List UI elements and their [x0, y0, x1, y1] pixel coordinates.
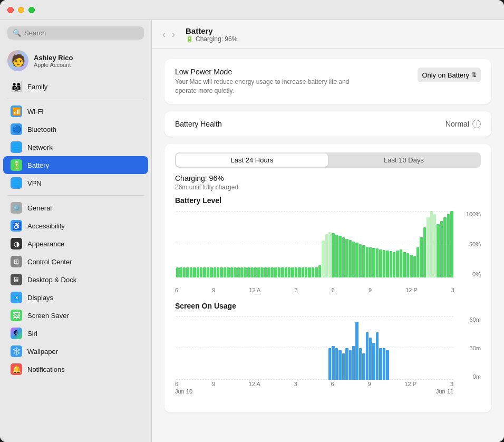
- user-section[interactable]: 🧑 Ashley Rico Apple Account: [0, 46, 151, 75]
- sidebar-item-general[interactable]: ⚙️ General: [3, 199, 148, 217]
- user-info: Ashley Rico Apple Account: [34, 54, 73, 68]
- x-label: 9: [368, 381, 371, 387]
- y-label-30m: 30m: [470, 345, 481, 351]
- chart-card: Last 24 Hours Last 10 Days Charging: 96%…: [164, 144, 491, 412]
- battery-bar: [176, 267, 179, 277]
- search-icon: 🔍: [13, 29, 21, 37]
- charging-eta: 26m until fully charged: [175, 184, 481, 191]
- battery-bar: [244, 267, 246, 277]
- battery-bar: [369, 247, 372, 277]
- sidebar: 🔍 🧑 Ashley Rico Apple Account 👨‍👩‍👧 Fami…: [0, 20, 152, 442]
- minimize-button[interactable]: [18, 7, 24, 13]
- sidebar-item-label: Desktop & Dock: [27, 276, 76, 284]
- sidebar-item-wifi[interactable]: 📶 Wi-Fi: [3, 102, 148, 120]
- screen-bar: [369, 338, 372, 380]
- sidebar-item-network[interactable]: 🌐 Network: [3, 138, 148, 156]
- battery-bar: [423, 227, 426, 277]
- x-label: 12 P: [405, 287, 418, 293]
- back-button[interactable]: ‹: [160, 29, 168, 40]
- battery-bar: [332, 233, 334, 277]
- sidebar-item-vpn[interactable]: 🌐 VPN: [3, 174, 148, 192]
- battery-bar: [420, 237, 422, 277]
- sidebar-item-appearance[interactable]: ◑ Appearance: [3, 235, 148, 253]
- battery-bar: [450, 211, 453, 277]
- battery-bar: [312, 267, 314, 277]
- info-button[interactable]: i: [472, 120, 481, 128]
- x-label: 12 A: [249, 287, 260, 293]
- battery-bar: [430, 211, 433, 277]
- battery-bar: [440, 221, 443, 277]
- battery-bar: [179, 267, 182, 277]
- screen-bar: [352, 346, 355, 380]
- forward-button[interactable]: ›: [170, 29, 177, 40]
- battery-bar: [210, 267, 212, 277]
- sidebar-item-displays[interactable]: 💠 Displays: [3, 289, 148, 306]
- x-label: 6: [175, 381, 178, 387]
- x-label: 12 P: [404, 381, 416, 387]
- screen-bar: [332, 346, 334, 380]
- y-label-60m: 60m: [470, 316, 481, 323]
- x-label: 3: [451, 287, 454, 293]
- sidebar-item-notifications[interactable]: 🔔 Notifications: [3, 360, 148, 378]
- battery-bar: [443, 217, 446, 277]
- sidebar-item-controlcenter[interactable]: ⊞ Control Center: [3, 253, 148, 271]
- sidebar-item-bluetooth[interactable]: 🔵 Bluetooth: [3, 120, 148, 138]
- screen-bar: [386, 350, 389, 380]
- nav-arrows: ‹ ›: [160, 29, 177, 40]
- battery-bar: [274, 267, 277, 277]
- battery-bar: [288, 267, 290, 277]
- low-power-title: Low Power Mode: [175, 68, 365, 76]
- battery-icon: 🔋: [11, 159, 22, 171]
- battery-bar: [366, 247, 369, 277]
- tab-24h[interactable]: Last 24 Hours: [176, 153, 328, 167]
- search-input[interactable]: [24, 29, 139, 37]
- battery-bar: [234, 267, 236, 277]
- sidebar-item-label: Control Center: [27, 258, 72, 266]
- y-label-0m: 0m: [473, 373, 481, 380]
- battery-bar: [240, 267, 243, 277]
- battery-bar: [325, 234, 328, 277]
- battery-bar: [359, 244, 362, 277]
- sidebar-item-screensaver[interactable]: 🖼 Screen Saver: [3, 306, 148, 324]
- page-subtitle: 🔋 Charging: 96%: [186, 35, 237, 43]
- battery-bar: [214, 267, 216, 277]
- x-label: 3: [450, 381, 453, 387]
- battery-health-value: Normal i: [445, 120, 481, 128]
- sidebar-item-siri[interactable]: 🎙 Siri: [3, 324, 148, 342]
- battery-bar: [322, 241, 324, 277]
- sidebar-item-family[interactable]: 👨‍👩‍👧 Family: [3, 78, 148, 95]
- sidebar-item-label: VPN: [27, 179, 42, 187]
- battery-bar: [278, 267, 280, 277]
- sidebar-item-accessibility[interactable]: ♿ Accessibility: [3, 217, 148, 235]
- sidebar-item-label: Notifications: [27, 366, 65, 373]
- screen-bar: [338, 350, 341, 380]
- battery-bar: [217, 267, 219, 277]
- battery-bar: [383, 250, 385, 277]
- battery-bar: [335, 235, 338, 277]
- sidebar-divider-1: [7, 99, 144, 99]
- battery-bar: [308, 267, 311, 277]
- battery-bar: [386, 251, 389, 277]
- sidebar-item-wallpaper[interactable]: ❄️ Wallpaper: [3, 342, 148, 360]
- sidebar-item-desktop[interactable]: 🖥 Desktop & Dock: [3, 271, 148, 289]
- maximize-button[interactable]: [28, 7, 35, 13]
- sidebar-item-label: Bluetooth: [27, 126, 56, 133]
- battery-bar: [197, 267, 199, 277]
- dropdown-arrow-icon: ⇅: [471, 71, 477, 79]
- battery-bar: [338, 236, 341, 277]
- sidebar-item-label: Wallpaper: [27, 348, 58, 355]
- battery-bar: [345, 239, 348, 277]
- battery-bar: [447, 214, 450, 277]
- user-name: Ashley Rico: [34, 54, 73, 62]
- search-bar[interactable]: 🔍: [7, 26, 144, 40]
- battery-bar: [427, 217, 429, 277]
- low-power-select[interactable]: Only on Battery ⇅: [418, 68, 481, 82]
- battery-bar: [396, 251, 399, 277]
- close-button[interactable]: [7, 7, 14, 13]
- tab-10d[interactable]: Last 10 Days: [328, 153, 480, 167]
- wifi-icon: 📶: [11, 105, 22, 117]
- x-label: 6: [331, 381, 334, 387]
- sidebar-item-battery[interactable]: 🔋 Battery: [3, 156, 148, 174]
- network-icon: 🌐: [11, 141, 22, 153]
- family-icon: 👨‍👩‍👧: [11, 81, 22, 92]
